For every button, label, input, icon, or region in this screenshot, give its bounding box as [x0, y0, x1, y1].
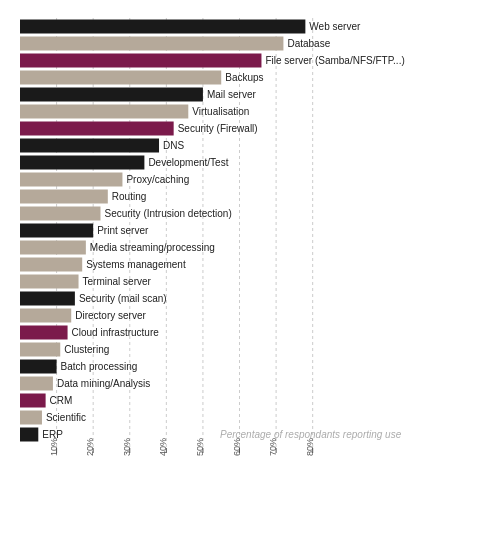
- chart-container: Web serverDatabaseFile server (Samba/NFS…: [0, 0, 500, 552]
- svg-rect-48: [20, 360, 57, 374]
- svg-text:Proxy/caching: Proxy/caching: [126, 174, 189, 185]
- svg-text:Security (mail scan): Security (mail scan): [79, 293, 167, 304]
- svg-text:Clustering: Clustering: [64, 344, 109, 355]
- svg-text:Virtualisation: Virtualisation: [192, 106, 249, 117]
- svg-text:File server (Samba/NFS/FTP...): File server (Samba/NFS/FTP...): [265, 55, 404, 66]
- svg-rect-38: [20, 275, 79, 289]
- svg-text:CRM: CRM: [50, 395, 73, 406]
- svg-rect-42: [20, 309, 71, 323]
- svg-rect-24: [20, 156, 144, 170]
- svg-text:Routing: Routing: [112, 191, 146, 202]
- svg-text:Backups: Backups: [225, 72, 263, 83]
- svg-rect-54: [20, 411, 42, 425]
- svg-text:Data mining/Analysis: Data mining/Analysis: [57, 378, 150, 389]
- svg-text:Development/Test: Development/Test: [148, 157, 228, 168]
- svg-rect-36: [20, 258, 82, 272]
- chart-inner: Web serverDatabaseFile server (Samba/NFS…: [20, 13, 490, 505]
- svg-text:Terminal server: Terminal server: [83, 276, 152, 287]
- svg-rect-52: [20, 394, 46, 408]
- svg-rect-12: [20, 54, 261, 68]
- svg-text:80%: 80%: [305, 438, 315, 456]
- svg-text:Media streaming/processing: Media streaming/processing: [90, 242, 215, 253]
- svg-text:50%: 50%: [195, 438, 205, 456]
- svg-text:60%: 60%: [232, 438, 242, 456]
- svg-text:Systems management: Systems management: [86, 259, 186, 270]
- svg-text:40%: 40%: [158, 438, 168, 456]
- svg-rect-50: [20, 377, 53, 391]
- svg-text:10%: 10%: [49, 438, 59, 456]
- svg-text:Mail server: Mail server: [207, 89, 257, 100]
- svg-rect-56: [20, 428, 38, 442]
- svg-rect-44: [20, 326, 68, 340]
- svg-rect-8: [20, 20, 305, 34]
- svg-rect-34: [20, 241, 86, 255]
- svg-text:Cloud infrastructure: Cloud infrastructure: [72, 327, 160, 338]
- svg-text:Web server: Web server: [309, 21, 361, 32]
- svg-rect-40: [20, 292, 75, 306]
- svg-rect-14: [20, 71, 221, 85]
- svg-text:Batch processing: Batch processing: [61, 361, 138, 372]
- watermark-text: Percentage of respondants reporting use: [220, 429, 402, 440]
- svg-rect-18: [20, 105, 188, 119]
- svg-rect-10: [20, 37, 283, 51]
- svg-text:Print server: Print server: [97, 225, 149, 236]
- svg-rect-46: [20, 343, 60, 357]
- svg-text:Security (Intrusion detection): Security (Intrusion detection): [104, 208, 231, 219]
- svg-text:Security (Firewall): Security (Firewall): [178, 123, 258, 134]
- svg-rect-16: [20, 88, 203, 102]
- svg-text:70%: 70%: [268, 438, 278, 456]
- svg-text:Scientific: Scientific: [46, 412, 86, 423]
- svg-rect-32: [20, 224, 93, 238]
- svg-rect-28: [20, 190, 108, 204]
- svg-rect-22: [20, 139, 159, 153]
- svg-text:DNS: DNS: [163, 140, 184, 151]
- svg-text:Database: Database: [287, 38, 330, 49]
- svg-text:Directory server: Directory server: [75, 310, 146, 321]
- svg-rect-30: [20, 207, 100, 221]
- svg-text:20%: 20%: [85, 438, 95, 456]
- svg-text:30%: 30%: [122, 438, 132, 456]
- main-chart: Web serverDatabaseFile server (Samba/NFS…: [20, 13, 500, 503]
- svg-rect-26: [20, 173, 122, 187]
- svg-rect-20: [20, 122, 174, 136]
